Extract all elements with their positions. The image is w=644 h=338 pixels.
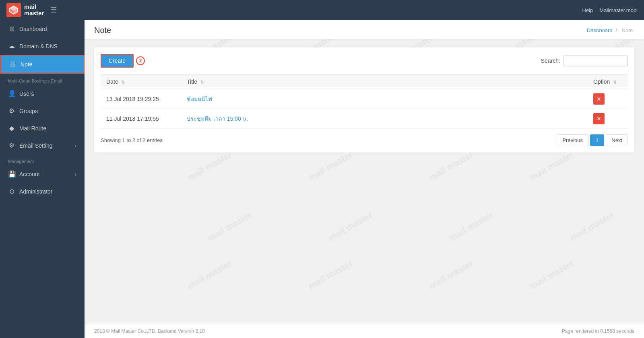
help-link[interactable]: Help: [582, 7, 593, 13]
domain-link[interactable]: Mailmaster.mobi: [599, 7, 638, 13]
cell-date: 11 Jul 2018 17:19:55: [101, 109, 181, 129]
sidebar-item-label: Mail Route: [19, 125, 46, 132]
next-button[interactable]: Next: [606, 134, 628, 146]
sidebar-item-label: Users: [19, 91, 34, 97]
notes-table: Date ⇅ Title ⇅ Option ⇅: [101, 74, 628, 129]
cell-option: ✕: [588, 89, 628, 109]
table-row: 11 Jul 2018 17:19:55 ประชุมทีม เวลา 15:0…: [101, 109, 628, 129]
logo-icon: [6, 3, 21, 17]
delete-button[interactable]: ✕: [593, 93, 605, 105]
col-header-title: Title ⇅: [181, 74, 588, 89]
breadcrumb-separator: /: [615, 27, 617, 33]
hamburger-menu[interactable]: ☰: [50, 6, 57, 14]
sort-date-icon[interactable]: ⇅: [121, 80, 125, 84]
administrator-icon: ⊙: [8, 188, 15, 195]
render-time: Page rendered in 0.1568 seconds: [562, 328, 634, 334]
showing-text: Showing 1 to 2 of 2 entries: [101, 137, 163, 143]
copyright-text: 2018 © Mail Master Co.,LTD. Backend Vers…: [94, 328, 205, 334]
sidebar-item-label: Dashboard: [19, 26, 47, 32]
logo: mailmaster: [6, 3, 44, 17]
sort-title-icon[interactable]: ⇅: [200, 80, 204, 84]
note-title-link[interactable]: ประชุมทีม เวลา 15:00 น.: [187, 115, 248, 122]
account-icon: 💾: [8, 170, 15, 178]
create-button[interactable]: Create: [101, 54, 134, 68]
page-header: Note Dashboard / Note: [85, 20, 644, 39]
sidebar-item-groups[interactable]: ⚙ Groups: [0, 102, 85, 120]
sidebar-item-account[interactable]: 💾 Account ›: [0, 165, 85, 183]
top-navigation: mailmaster ☰ Help Mailmaster.mobi: [0, 0, 644, 20]
page-footer: 2018 © Mail Master Co.,LTD. Backend Vers…: [85, 324, 644, 338]
cell-title: ประชุมทีม เวลา 15:00 น.: [181, 109, 588, 129]
table-row: 13 Jul 2018 19:29:25 ซ้อมหนีไฟ ✕: [101, 89, 628, 109]
sidebar-item-label: Administrator: [19, 188, 52, 195]
users-icon: 👤: [8, 90, 15, 97]
chevron-right-icon-2: ›: [75, 171, 76, 177]
sidebar-item-label: Account: [19, 171, 40, 177]
sidebar-item-domain-dns[interactable]: ☁ Domain & DNS: [0, 37, 85, 55]
logo-text: mailmaster: [24, 4, 44, 17]
note-icon: ☰: [9, 60, 17, 68]
sidebar-item-label: Groups: [19, 108, 38, 114]
section-multi-cloud: Multi-Cloud Business Email: [0, 74, 85, 85]
table-footer: Showing 1 to 2 of 2 entries Previous 1 N…: [101, 134, 628, 146]
sidebar-item-label: Email Setting: [19, 142, 52, 149]
pagination: Previous 1 Next: [557, 134, 628, 146]
note-card: Create 2 Search: Date ⇅: [94, 47, 634, 153]
search-input[interactable]: [564, 56, 628, 66]
cloud-icon: ☁: [8, 42, 15, 50]
sidebar-item-label: Note: [21, 61, 33, 68]
sidebar-item-dashboard[interactable]: ⊞ Dashboard: [0, 20, 85, 37]
dashboard-icon: ⊞: [8, 25, 15, 33]
annotation-2: 2: [136, 56, 145, 65]
sidebar-item-mail-route[interactable]: ◆ Mail Route: [0, 120, 85, 137]
topnav-left: mailmaster ☰: [6, 3, 57, 17]
sidebar-item-label: Domain & DNS: [19, 43, 58, 49]
card-toolbar: Create 2 Search:: [101, 54, 628, 68]
breadcrumb: Dashboard / Note: [587, 27, 634, 33]
note-title-link[interactable]: ซ้อมหนีไฟ: [187, 96, 212, 102]
sidebar: ⊞ Dashboard ☁ Domain & DNS ☰ Note Multi-…: [0, 20, 85, 338]
layout: ⊞ Dashboard ☁ Domain & DNS ☰ Note Multi-…: [0, 20, 644, 338]
main-content: mail master mail master mail master mail…: [85, 20, 644, 338]
search-group: Search:: [541, 56, 628, 66]
sidebar-item-note[interactable]: ☰ Note: [0, 55, 85, 74]
section-management: Management: [0, 154, 85, 165]
sidebar-item-email-setting[interactable]: ⚙ Email Setting ›: [0, 137, 85, 154]
page-title: Note: [94, 26, 111, 35]
col-header-option: Option ⇅: [588, 74, 628, 89]
mail-route-icon: ◆: [8, 124, 15, 132]
chevron-right-icon: ›: [75, 143, 76, 148]
delete-button[interactable]: ✕: [593, 113, 605, 124]
search-label: Search:: [541, 58, 560, 64]
cell-date: 13 Jul 2018 19:29:25: [101, 89, 181, 109]
breadcrumb-current: Note: [622, 27, 633, 33]
groups-icon: ⚙: [8, 107, 15, 115]
content-area: Create 2 Search: Date ⇅: [85, 39, 644, 324]
cell-title: ซ้อมหนีไฟ: [181, 89, 588, 109]
sidebar-item-users[interactable]: 👤 Users: [0, 85, 85, 102]
topnav-right: Help Mailmaster.mobi: [582, 7, 638, 13]
sort-option-icon[interactable]: ⇅: [613, 80, 617, 84]
page-1-button[interactable]: 1: [590, 134, 604, 146]
col-header-date: Date ⇅: [101, 74, 181, 89]
breadcrumb-home-link[interactable]: Dashboard: [587, 27, 613, 33]
email-setting-icon: ⚙: [8, 142, 15, 149]
cell-option: ✕: [588, 109, 628, 129]
toolbar-left: Create 2: [101, 54, 145, 68]
previous-button[interactable]: Previous: [557, 134, 588, 146]
sidebar-item-administrator[interactable]: ⊙ Administrator: [0, 183, 85, 200]
